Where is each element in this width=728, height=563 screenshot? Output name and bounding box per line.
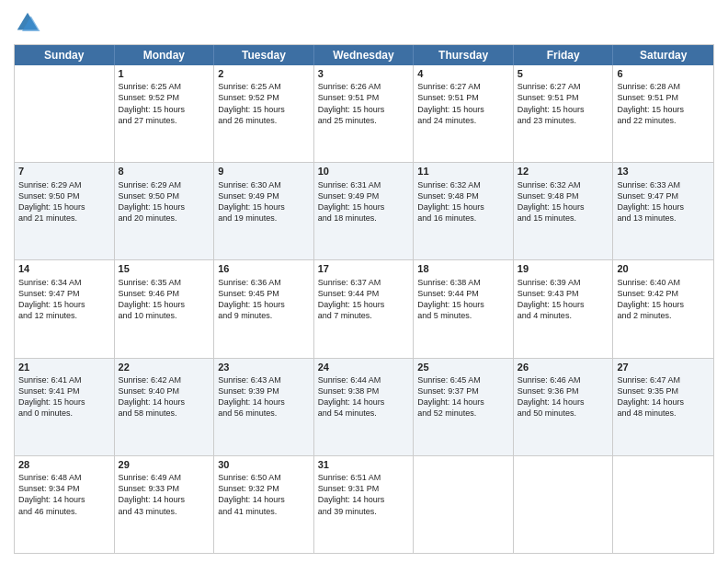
day-info: Sunrise: 6:38 AM Sunset: 9:44 PM Dayligh… [417,277,509,322]
day-number: 3 [318,67,410,80]
day-info: Sunrise: 6:33 AM Sunset: 9:47 PM Dayligh… [617,179,710,224]
day-number: 29 [119,458,210,471]
day-cell-24: 24Sunrise: 6:44 AM Sunset: 9:38 PM Dayli… [314,359,415,455]
day-info: Sunrise: 6:32 AM Sunset: 9:48 PM Dayligh… [417,179,509,224]
calendar-row: 1Sunrise: 6:25 AM Sunset: 9:52 PM Daylig… [15,65,713,163]
day-cell-6: 6Sunrise: 6:28 AM Sunset: 9:51 PM Daylig… [613,65,713,162]
day-cell-22: 22Sunrise: 6:42 AM Sunset: 9:40 PM Dayli… [115,359,215,455]
empty-cell [514,456,614,553]
day-cell-27: 27Sunrise: 6:47 AM Sunset: 9:35 PM Dayli… [613,359,713,455]
day-cell-18: 18Sunrise: 6:38 AM Sunset: 9:44 PM Dayli… [414,260,514,357]
day-info: Sunrise: 6:41 AM Sunset: 9:41 PM Dayligh… [18,374,110,419]
weekday-header-monday: Monday [115,45,215,65]
day-cell-12: 12Sunrise: 6:32 AM Sunset: 9:48 PM Dayli… [514,163,614,259]
day-info: Sunrise: 6:48 AM Sunset: 9:34 PM Dayligh… [18,472,110,517]
day-number: 26 [518,361,609,373]
calendar-row: 28Sunrise: 6:48 AM Sunset: 9:34 PM Dayli… [15,456,713,553]
day-cell-25: 25Sunrise: 6:45 AM Sunset: 9:37 PM Dayli… [414,359,514,455]
day-number: 4 [417,67,509,80]
day-cell-4: 4Sunrise: 6:27 AM Sunset: 9:51 PM Daylig… [414,65,514,162]
day-cell-16: 16Sunrise: 6:36 AM Sunset: 9:45 PM Dayli… [214,260,314,357]
calendar-body: 1Sunrise: 6:25 AM Sunset: 9:52 PM Daylig… [15,65,713,553]
day-cell-23: 23Sunrise: 6:43 AM Sunset: 9:39 PM Dayli… [214,359,314,455]
day-number: 8 [119,165,210,178]
day-info: Sunrise: 6:46 AM Sunset: 9:36 PM Dayligh… [518,374,609,419]
day-cell-20: 20Sunrise: 6:40 AM Sunset: 9:42 PM Dayli… [613,260,713,357]
day-cell-9: 9Sunrise: 6:30 AM Sunset: 9:49 PM Daylig… [214,163,314,259]
day-number: 6 [617,67,710,80]
day-info: Sunrise: 6:27 AM Sunset: 9:51 PM Dayligh… [417,81,509,126]
day-cell-15: 15Sunrise: 6:35 AM Sunset: 9:46 PM Dayli… [115,260,215,357]
day-info: Sunrise: 6:29 AM Sunset: 9:50 PM Dayligh… [18,179,110,224]
day-info: Sunrise: 6:31 AM Sunset: 9:49 PM Dayligh… [318,179,410,224]
day-number: 20 [617,262,710,275]
day-cell-10: 10Sunrise: 6:31 AM Sunset: 9:49 PM Dayli… [314,163,415,259]
empty-cell [15,65,115,162]
weekday-header-sunday: Sunday [15,45,115,65]
day-cell-29: 29Sunrise: 6:49 AM Sunset: 9:33 PM Dayli… [115,456,215,553]
calendar: SundayMondayTuesdayWednesdayThursdayFrid… [14,44,714,554]
day-number: 24 [318,361,410,373]
day-info: Sunrise: 6:28 AM Sunset: 9:51 PM Dayligh… [617,81,710,126]
day-info: Sunrise: 6:43 AM Sunset: 9:39 PM Dayligh… [218,374,310,419]
day-number: 19 [518,262,609,275]
calendar-header: SundayMondayTuesdayWednesdayThursdayFrid… [15,45,713,65]
day-number: 16 [218,262,310,275]
day-number: 31 [318,458,410,471]
calendar-row: 14Sunrise: 6:34 AM Sunset: 9:47 PM Dayli… [15,260,713,358]
day-number: 27 [617,361,710,373]
day-number: 9 [218,165,310,178]
day-info: Sunrise: 6:40 AM Sunset: 9:42 PM Dayligh… [617,277,710,322]
day-info: Sunrise: 6:35 AM Sunset: 9:46 PM Dayligh… [119,277,210,322]
day-cell-26: 26Sunrise: 6:46 AM Sunset: 9:36 PM Dayli… [514,359,614,455]
day-info: Sunrise: 6:34 AM Sunset: 9:47 PM Dayligh… [18,277,110,322]
day-number: 11 [417,165,509,178]
day-cell-17: 17Sunrise: 6:37 AM Sunset: 9:44 PM Dayli… [314,260,415,357]
day-cell-5: 5Sunrise: 6:27 AM Sunset: 9:51 PM Daylig… [514,65,614,162]
day-info: Sunrise: 6:26 AM Sunset: 9:51 PM Dayligh… [318,81,410,126]
day-cell-7: 7Sunrise: 6:29 AM Sunset: 9:50 PM Daylig… [15,163,115,259]
day-cell-1: 1Sunrise: 6:25 AM Sunset: 9:52 PM Daylig… [115,65,215,162]
weekday-header-saturday: Saturday [613,45,713,65]
day-number: 15 [119,262,210,275]
day-info: Sunrise: 6:44 AM Sunset: 9:38 PM Dayligh… [318,374,410,419]
day-number: 25 [417,361,509,373]
day-number: 12 [518,165,609,178]
day-number: 5 [518,67,609,80]
empty-cell [613,456,713,553]
day-info: Sunrise: 6:49 AM Sunset: 9:33 PM Dayligh… [119,472,210,517]
day-number: 10 [318,165,410,178]
empty-cell [414,456,514,553]
day-cell-21: 21Sunrise: 6:41 AM Sunset: 9:41 PM Dayli… [15,359,115,455]
day-number: 21 [18,361,110,373]
weekday-header-friday: Friday [514,45,614,65]
day-number: 7 [18,165,110,178]
day-info: Sunrise: 6:27 AM Sunset: 9:51 PM Dayligh… [518,81,609,126]
day-info: Sunrise: 6:39 AM Sunset: 9:43 PM Dayligh… [518,277,609,322]
day-cell-14: 14Sunrise: 6:34 AM Sunset: 9:47 PM Dayli… [15,260,115,357]
day-info: Sunrise: 6:30 AM Sunset: 9:49 PM Dayligh… [218,179,310,224]
day-info: Sunrise: 6:36 AM Sunset: 9:45 PM Dayligh… [218,277,310,322]
day-number: 13 [617,165,710,178]
day-info: Sunrise: 6:37 AM Sunset: 9:44 PM Dayligh… [318,277,410,322]
weekday-header-tuesday: Tuesday [214,45,314,65]
day-cell-2: 2Sunrise: 6:25 AM Sunset: 9:52 PM Daylig… [214,65,314,162]
day-number: 23 [218,361,310,373]
calendar-row: 7Sunrise: 6:29 AM Sunset: 9:50 PM Daylig… [15,163,713,260]
day-number: 14 [18,262,110,275]
logo-icon [14,9,41,37]
weekday-header-wednesday: Wednesday [314,45,415,65]
weekday-header-thursday: Thursday [414,45,514,65]
calendar-row: 21Sunrise: 6:41 AM Sunset: 9:41 PM Dayli… [15,359,713,456]
day-cell-28: 28Sunrise: 6:48 AM Sunset: 9:34 PM Dayli… [15,456,115,553]
day-number: 17 [318,262,410,275]
page: SundayMondayTuesdayWednesdayThursdayFrid… [0,0,728,563]
day-number: 1 [119,67,210,80]
day-cell-19: 19Sunrise: 6:39 AM Sunset: 9:43 PM Dayli… [514,260,614,357]
day-number: 18 [417,262,509,275]
day-info: Sunrise: 6:42 AM Sunset: 9:40 PM Dayligh… [119,374,210,419]
day-info: Sunrise: 6:32 AM Sunset: 9:48 PM Dayligh… [518,179,609,224]
day-info: Sunrise: 6:25 AM Sunset: 9:52 PM Dayligh… [218,81,310,126]
day-cell-31: 31Sunrise: 6:51 AM Sunset: 9:31 PM Dayli… [314,456,415,553]
day-info: Sunrise: 6:25 AM Sunset: 9:52 PM Dayligh… [119,81,210,126]
